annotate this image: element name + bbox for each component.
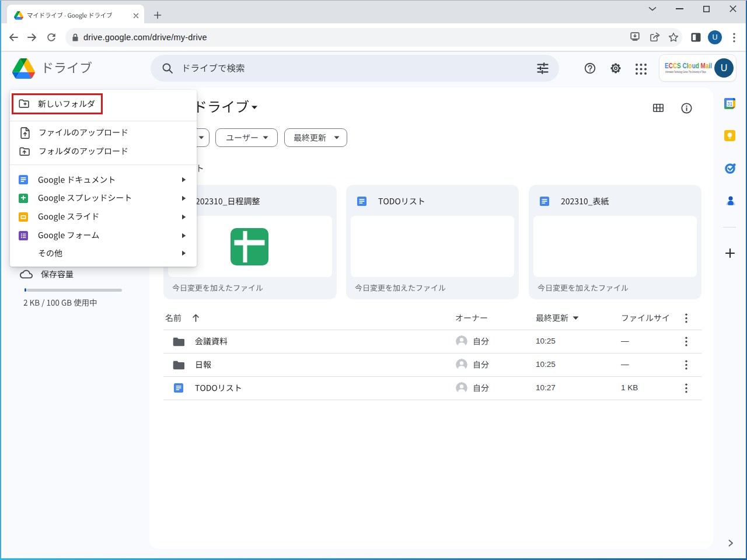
svg-text:31: 31 bbox=[727, 102, 733, 107]
